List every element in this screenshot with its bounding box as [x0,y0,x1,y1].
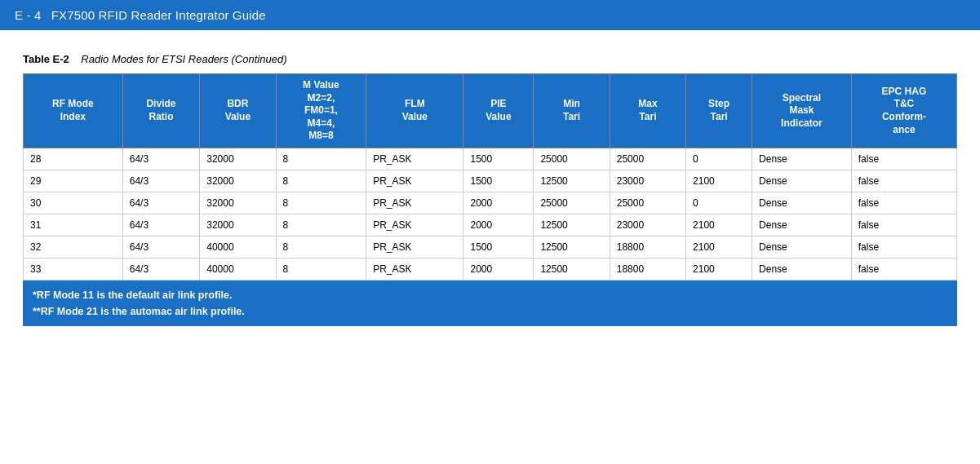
cell-min_tari: 12500 [534,214,610,236]
cell-pie_value: 2000 [463,192,534,214]
cell-m_value: 8 [276,192,366,214]
cell-bdr_value: 32000 [200,148,276,170]
table-row: 3364/3400008PR_ASK200012500188002100Dens… [24,258,957,280]
table-caption: Table E-2 Radio Modes for ETSI Readers (… [23,53,957,65]
cell-flm_value: PR_ASK [366,170,463,192]
cell-step_tari: 2100 [686,214,752,236]
cell-min_tari: 25000 [534,148,610,170]
cell-min_tari: 12500 [534,170,610,192]
col-rf-mode-index: RF ModeIndex [24,74,123,148]
cell-bdr_value: 32000 [200,214,276,236]
cell-spectral_mask: Dense [752,236,852,258]
cell-spectral_mask: Dense [752,192,852,214]
cell-m_value: 8 [276,214,366,236]
cell-epc_hag: false [851,258,956,280]
cell-rf_mode_index: 33 [24,258,123,280]
guide-title: FX7500 RFID Reader Integrator Guide [51,8,266,22]
cell-min_tari: 12500 [534,258,610,280]
col-min-tari: MinTari [534,74,610,148]
cell-pie_value: 2000 [463,258,534,280]
cell-divide_ratio: 64/3 [122,236,200,258]
cell-max_tari: 23000 [610,214,685,236]
cell-divide_ratio: 64/3 [122,192,200,214]
cell-min_tari: 12500 [534,236,610,258]
cell-pie_value: 2000 [463,214,534,236]
cell-epc_hag: false [851,236,956,258]
table-row: 3064/3320008PR_ASK200025000250000Densefa… [24,192,957,214]
cell-divide_ratio: 64/3 [122,214,200,236]
cell-epc_hag: false [851,192,956,214]
cell-pie_value: 1500 [463,148,534,170]
table-row: 3264/3400008PR_ASK150012500188002100Dens… [24,236,957,258]
table-description: Radio Modes for ETSI Readers (Continued) [81,53,286,65]
cell-step_tari: 0 [686,192,752,214]
cell-rf_mode_index: 32 [24,236,123,258]
cell-max_tari: 25000 [610,192,685,214]
cell-spectral_mask: Dense [752,148,852,170]
cell-max_tari: 18800 [610,258,685,280]
header-bar: E - 4 FX7500 RFID Reader Integrator Guid… [0,0,980,30]
cell-step_tari: 2100 [686,170,752,192]
table-row: 3164/3320008PR_ASK200012500230002100Dens… [24,214,957,236]
cell-max_tari: 25000 [610,148,685,170]
cell-bdr_value: 32000 [200,170,276,192]
cell-max_tari: 18800 [610,236,685,258]
cell-flm_value: PR_ASK [366,192,463,214]
cell-m_value: 8 [276,258,366,280]
col-spectral-mask: SpectralMaskIndicator [752,74,852,148]
footer-line2: **RF Mode 21 is the automac air link pro… [33,303,947,320]
cell-pie_value: 1500 [463,170,534,192]
cell-flm_value: PR_ASK [366,214,463,236]
cell-rf_mode_index: 29 [24,170,123,192]
table-header-row: RF ModeIndex DivideRatio BDRValue M Valu… [24,74,957,148]
cell-rf_mode_index: 31 [24,214,123,236]
cell-spectral_mask: Dense [752,214,852,236]
table-row: 2964/3320008PR_ASK150012500230002100Dens… [24,170,957,192]
cell-rf_mode_index: 30 [24,192,123,214]
cell-step_tari: 0 [686,148,752,170]
cell-bdr_value: 40000 [200,236,276,258]
col-m-value: M ValueM2=2,FM0=1,M4=4,M8=8 [276,74,366,148]
col-bdr-value: BDRValue [200,74,276,148]
col-pie-value: PIEValue [463,74,534,148]
col-step-tari: StepTari [686,74,752,148]
cell-bdr_value: 40000 [200,258,276,280]
cell-step_tari: 2100 [686,236,752,258]
table-label: Table E-2 [23,53,69,65]
col-max-tari: MaxTari [610,74,685,148]
col-flm-value: FLMValue [366,74,463,148]
footer-line1: *RF Mode 11 is the default air link prof… [33,287,947,303]
cell-epc_hag: false [851,170,956,192]
cell-epc_hag: false [851,214,956,236]
col-divide-ratio: DivideRatio [122,74,200,148]
cell-m_value: 8 [276,148,366,170]
cell-pie_value: 1500 [463,236,534,258]
cell-flm_value: PR_ASK [366,148,463,170]
cell-divide_ratio: 64/3 [122,170,200,192]
table-row: 2864/3320008PR_ASK150025000250000Densefa… [24,148,957,170]
cell-spectral_mask: Dense [752,258,852,280]
cell-min_tari: 25000 [534,192,610,214]
cell-flm_value: PR_ASK [366,236,463,258]
footer-note: *RF Mode 11 is the default air link prof… [23,281,957,326]
cell-max_tari: 23000 [610,170,685,192]
cell-m_value: 8 [276,170,366,192]
data-table: RF ModeIndex DivideRatio BDRValue M Valu… [23,73,957,281]
cell-divide_ratio: 64/3 [122,258,200,280]
cell-epc_hag: false [851,148,956,170]
cell-flm_value: PR_ASK [366,258,463,280]
cell-divide_ratio: 64/3 [122,148,200,170]
cell-rf_mode_index: 28 [24,148,123,170]
cell-spectral_mask: Dense [752,170,852,192]
cell-m_value: 8 [276,236,366,258]
cell-step_tari: 2100 [686,258,752,280]
chapter-label: E - 4 [15,8,41,22]
col-epc-hag: EPC HAGT&CConform-ance [851,74,956,148]
cell-bdr_value: 32000 [200,192,276,214]
